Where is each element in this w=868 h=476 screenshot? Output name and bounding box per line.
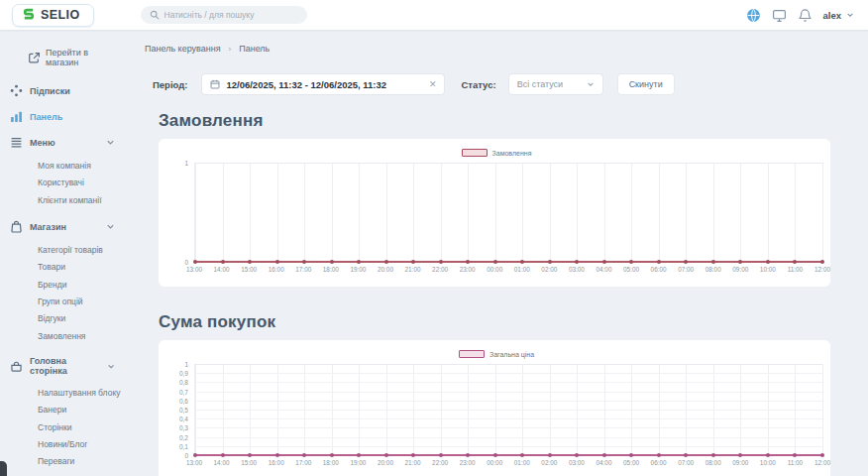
- data-point: [820, 453, 824, 457]
- data-point: [466, 453, 470, 457]
- gridline-horizontal: [195, 373, 822, 374]
- clear-period-icon[interactable]: ✕: [429, 80, 437, 89]
- x-tick-label: 19:00: [350, 266, 366, 273]
- breadcrumb-item[interactable]: Панель керування: [145, 44, 221, 54]
- external-link-icon: [28, 52, 41, 64]
- window-corner-artifact: [0, 461, 7, 476]
- data-point: [384, 453, 388, 457]
- subscriptions-icon: [10, 84, 23, 97]
- sidebar-subitem[interactable]: Клієнти компанії: [38, 196, 137, 205]
- gridline-vertical: [659, 163, 660, 262]
- user-name: alex: [823, 10, 842, 21]
- x-tick-label: 03:00: [569, 266, 585, 273]
- gridline-horizontal: [195, 364, 822, 365]
- shop-bag-icon: [10, 220, 23, 233]
- sidebar-item-go-to-shop[interactable]: Перейти в магазин: [28, 48, 137, 67]
- notifications-bell-icon[interactable]: [798, 8, 813, 23]
- gridline-vertical: [631, 163, 632, 262]
- x-tick-label: 02:00: [541, 459, 557, 466]
- period-date-input[interactable]: 12/06/2025, 11:32 - 12/06/2025, 11:32 ✕: [201, 73, 445, 95]
- sidebar-item-menu[interactable]: Меню: [10, 136, 137, 149]
- data-point: [602, 260, 606, 264]
- data-point: [384, 260, 388, 264]
- sidebar-subitem[interactable]: Товари: [38, 263, 137, 272]
- data-point: [193, 453, 197, 457]
- gridline-vertical: [441, 163, 442, 262]
- sidebar-subitem[interactable]: Замовлення: [38, 332, 137, 341]
- gridline-vertical: [195, 163, 196, 262]
- y-tick-label: 0,9: [179, 370, 188, 377]
- data-point: [793, 453, 797, 457]
- data-point: [548, 453, 552, 457]
- x-tick-label: 23:00: [460, 459, 476, 466]
- sidebar-subitem[interactable]: Групи опцій: [38, 298, 137, 306]
- gridline-vertical: [822, 163, 823, 262]
- chart-section-1: Сума покупокЗагальна ціна10,90,80,70,60,…: [145, 312, 868, 476]
- chevron-down-icon: [846, 11, 854, 19]
- sidebar-item-subscriptions[interactable]: Підписки: [10, 84, 137, 97]
- gridline-vertical: [577, 163, 578, 262]
- sidebar-subitem[interactable]: Сторінки: [38, 423, 137, 432]
- reset-filters-button[interactable]: Скинути: [617, 73, 675, 95]
- display-icon[interactable]: [772, 8, 787, 23]
- legend-label: Загальна ціна: [489, 351, 534, 358]
- chart-plot-wrap: 10: [170, 163, 822, 262]
- logo[interactable]: SELIO: [12, 4, 94, 27]
- data-point: [766, 260, 770, 264]
- sidebar-item-homepage[interactable]: Головна сторінка: [10, 356, 137, 376]
- x-tick-label: 01:00: [514, 266, 530, 273]
- status-select[interactable]: Всі статуси: [508, 73, 603, 95]
- sidebar-item-label: Головна сторінка: [30, 356, 100, 376]
- x-tick-label: 18:00: [323, 459, 339, 466]
- data-point: [657, 453, 661, 457]
- chevron-down-icon: [106, 138, 115, 147]
- x-tick-label: 20:00: [378, 459, 393, 466]
- gridline-vertical: [713, 163, 714, 262]
- x-tick-label: 22:00: [432, 459, 448, 466]
- search-input[interactable]: [164, 10, 298, 20]
- app-root: SELIO alex: [0, 0, 868, 476]
- sidebar-item-label: Меню: [30, 138, 55, 148]
- sidebar-subitem[interactable]: Налаштування блоку: [38, 389, 137, 398]
- x-tick-label: 16:00: [269, 266, 284, 273]
- x-tick-label: 12:00: [814, 266, 830, 273]
- gridline-vertical: [413, 163, 414, 262]
- sidebar-subitem[interactable]: Переваги: [38, 457, 137, 466]
- gridline-vertical: [550, 163, 551, 262]
- sidebar-subitem[interactable]: Користувачі: [38, 178, 137, 187]
- data-point: [684, 260, 688, 264]
- sidebar-item-shop[interactable]: Магазин: [10, 220, 137, 233]
- gridline-vertical: [686, 163, 687, 262]
- sidebar-subitem[interactable]: Бренди: [38, 281, 137, 290]
- x-tick-label: 23:00: [460, 266, 476, 273]
- sidebar-subitem[interactable]: Категорії товарів: [38, 246, 137, 255]
- dashboard-chart-icon: [10, 110, 23, 123]
- sidebar-subitem[interactable]: Відгуки: [38, 314, 137, 323]
- search-box[interactable]: [141, 6, 307, 24]
- data-point: [548, 260, 552, 264]
- calendar-icon: [210, 79, 220, 89]
- gridline-horizontal: [195, 410, 822, 411]
- chart-legend[interactable]: Загальна ціна: [170, 347, 822, 361]
- gridline-horizontal: [195, 427, 822, 428]
- y-tick-label: 1: [184, 361, 188, 368]
- sidebar-item-label: Магазин: [30, 222, 66, 232]
- gridline-horizontal: [195, 392, 822, 393]
- y-axis: 10: [170, 163, 194, 262]
- data-point: [330, 453, 334, 457]
- sidebar-subitem[interactable]: Новини/Блог: [38, 440, 137, 449]
- sidebar-subitem[interactable]: Моя компанія: [38, 162, 137, 171]
- user-menu[interactable]: alex: [823, 10, 855, 21]
- data-point: [411, 260, 415, 264]
- x-tick-label: 11:00: [788, 266, 804, 273]
- globe-language-icon[interactable]: [746, 8, 761, 23]
- data-point: [302, 260, 306, 264]
- x-tick-label: 11:00: [788, 459, 804, 466]
- sidebar-subitem[interactable]: Банери: [38, 406, 137, 415]
- data-point: [684, 453, 688, 457]
- chart-legend[interactable]: Замовлення: [170, 146, 822, 160]
- sidebar-item-dashboard[interactable]: Панель: [10, 110, 137, 123]
- x-axis: 13:0014:0015:0016:0017:0018:0019:0020:00…: [194, 266, 822, 277]
- x-tick-label: 18:00: [323, 266, 339, 273]
- data-point: [411, 453, 415, 457]
